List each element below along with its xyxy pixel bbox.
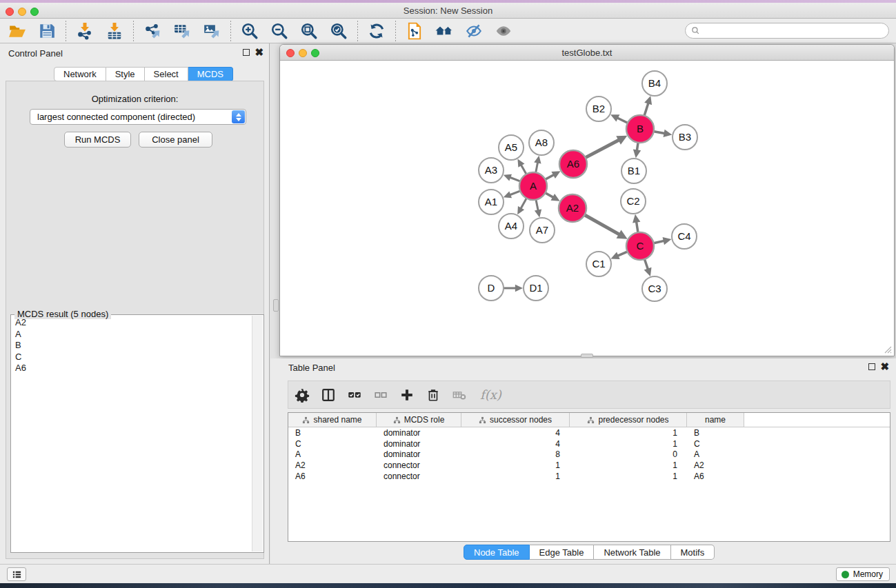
graph-node-label: A5 [505, 141, 517, 153]
edge-A-A3[interactable] [510, 177, 521, 181]
open-folder-icon[interactable] [6, 20, 29, 42]
edge-B-B3[interactable] [653, 131, 665, 133]
table-close-panel-icon[interactable]: ✖ [880, 361, 889, 373]
graph-node-label: C2 [626, 195, 639, 207]
window-resize-grip[interactable] [882, 344, 892, 354]
column-header-shared-name[interactable]: shared name [288, 413, 377, 427]
split-table-icon[interactable] [319, 385, 338, 405]
edge-arrowhead [644, 267, 652, 276]
table-row[interactable]: Cdominator41C [288, 438, 890, 449]
tab-node-table[interactable]: Node Table [464, 545, 530, 560]
import-table-icon[interactable] [103, 20, 126, 42]
column-header-label: successor nodes [490, 415, 552, 425]
edge-C-C2[interactable] [637, 222, 639, 234]
graph-node-label: A [530, 180, 537, 192]
first-neighbors-icon[interactable] [432, 20, 456, 42]
run-mcds-button[interactable]: Run MCDS [64, 132, 131, 148]
edge-A-A4[interactable] [521, 198, 527, 209]
hide-graphics-details-icon[interactable] [462, 20, 486, 42]
network-window-titlebar: testGlobe.txt [280, 45, 894, 61]
sort-hierarchy-icon [587, 416, 595, 424]
edge-A2-C[interactable] [584, 214, 619, 234]
tab-mcds[interactable]: MCDS [188, 67, 233, 81]
table-float-panel-icon[interactable] [868, 363, 875, 370]
network-canvas[interactable]: AA1A2A3A4A5A6A7A8BB1B2B3B4CC1C2C3C4DD1 [280, 61, 894, 356]
memory-button[interactable]: Memory [836, 567, 890, 581]
save-icon[interactable] [35, 20, 59, 42]
column-header-successor-nodes[interactable]: successor nodes [461, 413, 570, 427]
tab-motifs[interactable]: Motifs [671, 545, 715, 560]
criterion-dropdown[interactable]: largest connected component (directed) [30, 109, 246, 125]
mcds-result-item[interactable]: A2 [12, 317, 252, 329]
column-header-MCDS-role[interactable]: MCDS role [377, 413, 461, 427]
edge-C-C3[interactable] [644, 258, 648, 270]
table-cell: A [288, 449, 377, 459]
float-panel-icon[interactable] [243, 49, 250, 56]
zoom-selected-icon[interactable] [327, 20, 350, 42]
edge-C-C4[interactable] [653, 241, 664, 243]
search-field[interactable] [685, 23, 889, 39]
import-network-icon[interactable] [73, 20, 97, 42]
sort-hierarchy-icon [302, 416, 310, 424]
sort-hierarchy-icon [479, 416, 486, 424]
show-graphics-details-icon[interactable] [492, 20, 515, 42]
table-cell: 1 [570, 460, 687, 470]
edge-arrowhead [534, 156, 541, 164]
zoom-out-icon[interactable] [268, 20, 291, 42]
edge-A-A6[interactable] [545, 174, 554, 179]
edge-A6-B[interactable] [585, 140, 619, 158]
tab-select[interactable]: Select [145, 67, 188, 81]
graph-node-label: A4 [505, 220, 517, 232]
mcds-result-group: MCDS result (5 nodes) A2ABCA6 [10, 314, 264, 553]
node-table: shared nameMCDS rolesuccessor nodesprede… [288, 412, 890, 542]
table-panel-header: Table Panel ✖ [270, 358, 896, 376]
refresh-layout-icon[interactable] [365, 20, 388, 42]
tab-edge-table[interactable]: Edge Table [530, 545, 595, 560]
table-row[interactable]: Adominator80A [288, 449, 890, 460]
delete-column-icon[interactable] [424, 385, 443, 405]
new-network-from-selection-icon[interactable] [403, 20, 426, 42]
edge-B-B2[interactable] [617, 118, 628, 123]
graph-node-label: A3 [485, 164, 497, 176]
edge-C-C1[interactable] [617, 252, 628, 256]
export-table-icon[interactable] [170, 20, 194, 42]
gear-icon[interactable] [292, 385, 312, 405]
horizontal-splitter-grip[interactable] [581, 354, 593, 358]
close-panel-button[interactable]: Close panel [139, 132, 212, 148]
search-input[interactable] [703, 26, 875, 36]
result-scrollbar[interactable] [252, 316, 263, 551]
edge-A-A8[interactable] [536, 163, 538, 174]
select-all-icon[interactable] [345, 385, 364, 405]
tab-network[interactable]: Network [54, 67, 106, 81]
column-header-name[interactable]: name [687, 413, 744, 427]
mcds-result-item[interactable]: A [12, 329, 252, 341]
mcds-result-item[interactable]: A6 [12, 363, 252, 374]
graph-node-label: A1 [485, 196, 497, 207]
task-history-button[interactable] [7, 567, 26, 581]
zoom-fit-icon[interactable] [297, 20, 321, 42]
session-title: Session: New Session [0, 6, 896, 16]
table-row[interactable]: A2connector11A2 [288, 460, 890, 471]
tab-network-table[interactable]: Network Table [594, 545, 670, 560]
deselect-all-icon[interactable] [371, 385, 390, 405]
edge-arrowhead [644, 96, 652, 105]
mcds-result-item[interactable]: B [12, 340, 252, 352]
mcds-result-item[interactable]: C [12, 352, 252, 363]
table-row[interactable]: Bdominator41B [288, 427, 890, 438]
add-column-icon[interactable] [397, 385, 417, 405]
export-network-icon[interactable] [141, 20, 164, 42]
tab-style[interactable]: Style [106, 67, 145, 81]
edge-A-A5[interactable] [521, 165, 526, 174]
vertical-splitter-grip[interactable] [273, 299, 279, 312]
edge-A-A7[interactable] [536, 199, 538, 211]
close-panel-icon[interactable]: ✖ [255, 46, 263, 59]
edge-A-A1[interactable] [510, 191, 521, 195]
export-image-icon[interactable] [200, 20, 223, 42]
zoom-in-icon[interactable] [238, 20, 261, 42]
edge-B-B4[interactable] [644, 103, 648, 116]
column-header-predecessor-nodes[interactable]: predecessor nodes [570, 413, 687, 427]
main-toolbar [0, 19, 896, 43]
table-row[interactable]: A6connector11A6 [288, 471, 890, 482]
graph-node-label: A8 [535, 136, 548, 148]
table-toolbar: f(x) [288, 381, 890, 409]
